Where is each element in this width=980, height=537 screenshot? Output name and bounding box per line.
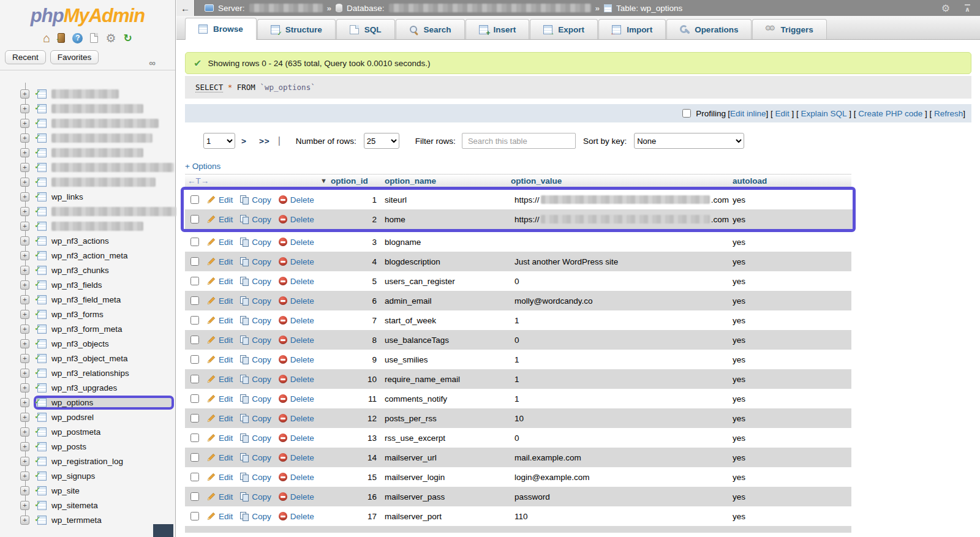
sidebar-table-item[interactable]: + wp_nf3_fields	[20, 277, 175, 292]
delete-link[interactable]: Delete	[279, 375, 314, 384]
column-header-option-id[interactable]: option_id	[331, 176, 385, 186]
sidebar-table-item[interactable]: + wp_nf3_forms	[20, 307, 175, 321]
sidebar-table-body[interactable]: wp_nf3_actions	[34, 234, 174, 248]
copy-link[interactable]: Copy	[240, 277, 271, 286]
expand-plus-icon[interactable]: +	[20, 192, 29, 201]
query-action-link[interactable]: Explain SQL	[801, 109, 847, 118]
sidebar-table-item[interactable]: + wp_postmeta	[20, 424, 175, 439]
sidebar-table-item[interactable]: +	[20, 101, 175, 116]
expand-plus-icon[interactable]: +	[20, 398, 29, 407]
query-action-link[interactable]: Refresh	[934, 109, 963, 118]
edit-link[interactable]: Edit	[207, 195, 233, 205]
sidebar-table-body[interactable]: wp_posts	[34, 440, 174, 454]
edit-link[interactable]: Edit	[207, 355, 233, 364]
sidebar-table-body[interactable]: wp_podsrel	[34, 410, 174, 424]
tab[interactable]: Insert	[466, 19, 530, 39]
sidebar-table-label[interactable]: wp_links	[51, 192, 83, 201]
sidebar-table-body[interactable]: wp_options	[34, 396, 174, 410]
last-page-link[interactable]: >>	[259, 137, 270, 146]
expand-plus-icon[interactable]: +	[20, 163, 29, 172]
sidebar-table-body[interactable]: wp_postmeta	[34, 425, 174, 439]
sidebar-table-item[interactable]: +	[20, 204, 175, 219]
database-label[interactable]: Database:	[347, 4, 385, 13]
tab[interactable]: Search	[396, 19, 465, 39]
expand-plus-icon[interactable]: +	[20, 383, 29, 392]
edit-link[interactable]: Edit	[207, 316, 233, 325]
sidebar-table-body[interactable]: wp_nf3_action_meta	[34, 249, 174, 263]
edit-link[interactable]: Edit	[207, 296, 233, 306]
edit-link[interactable]: Edit	[207, 434, 233, 443]
edit-link[interactable]: Edit	[207, 473, 233, 482]
refresh-icon[interactable]: ↻	[123, 32, 132, 45]
table-filter-input[interactable]	[462, 133, 576, 149]
sidebar-table-body[interactable]	[34, 87, 174, 101]
sidebar-table-body[interactable]	[34, 146, 174, 160]
sort-descending-icon[interactable]: ▼	[320, 177, 327, 184]
copy-link[interactable]: Copy	[240, 195, 271, 205]
sidebar-table-item[interactable]: + wp_options	[20, 395, 175, 410]
expand-plus-icon[interactable]: +	[20, 89, 29, 99]
expand-plus-icon[interactable]: +	[20, 501, 29, 510]
sidebar-table-body[interactable]: wp_site	[34, 484, 174, 498]
sidebar-table-body[interactable]	[34, 116, 174, 130]
edit-link[interactable]: Edit	[207, 414, 233, 423]
edit-link[interactable]: Edit	[207, 375, 233, 384]
docs-icon[interactable]	[90, 33, 98, 43]
sidebar-table-label[interactable]: wp_nf3_chunks	[51, 266, 109, 275]
sidebar-table-body[interactable]	[34, 160, 179, 175]
expand-plus-icon[interactable]: +	[20, 442, 29, 451]
query-action-link[interactable]: Edit	[775, 109, 789, 118]
delete-link[interactable]: Delete	[279, 434, 314, 443]
expand-plus-icon[interactable]: +	[20, 471, 29, 481]
delete-link[interactable]: Delete	[279, 238, 314, 247]
tab[interactable]: Import	[598, 19, 666, 39]
row-checkbox[interactable]	[190, 277, 199, 285]
sidebar-table-item[interactable]: + wp_nf3_chunks	[20, 263, 175, 277]
sidebar-table-item[interactable]: + wp_termmeta	[20, 513, 175, 527]
expand-plus-icon[interactable]: +	[20, 516, 29, 525]
sidebar-table-label[interactable]: wp_nf3_objects	[51, 339, 109, 348]
sidebar-table-label[interactable]: wp_nf3_object_meta	[51, 354, 128, 363]
copy-link[interactable]: Copy	[240, 375, 271, 384]
sidebar-table-item[interactable]: +	[20, 219, 175, 233]
query-action-link[interactable]: Create PHP code	[858, 109, 922, 118]
sidebar-table-label[interactable]: wp_signups	[51, 471, 95, 481]
back-button[interactable]: ←	[176, 0, 195, 16]
page-settings-gear-icon[interactable]: ⚙	[941, 2, 950, 14]
sort-key-select[interactable]: None	[634, 133, 744, 149]
sidebar-table-body[interactable]: wp_signups	[34, 469, 174, 483]
edit-link[interactable]: Edit	[207, 512, 233, 521]
tab[interactable]: Export	[530, 19, 598, 39]
profiling-checkbox[interactable]	[682, 109, 691, 118]
sidebar-table-body[interactable]: wp_nf3_objects	[34, 337, 174, 351]
sidebar-table-body[interactable]: wp_nf3_forms	[34, 307, 174, 321]
sidebar-table-label[interactable]: wp_nf3_upgrades	[51, 383, 117, 392]
edit-link[interactable]: Edit	[207, 215, 233, 224]
tab[interactable]: Structure	[257, 19, 336, 39]
tab[interactable]: Operations	[666, 19, 752, 39]
copy-link[interactable]: Copy	[240, 238, 271, 247]
scroll-top-icon[interactable]: ∧	[965, 4, 970, 12]
copy-link[interactable]: Copy	[240, 394, 271, 404]
copy-link[interactable]: Copy	[240, 512, 271, 521]
edit-link[interactable]: Edit	[207, 277, 233, 286]
logout-icon[interactable]	[58, 33, 65, 43]
sidebar-table-item[interactable]: + wp_nf3_form_meta	[20, 321, 175, 336]
row-checkbox[interactable]	[190, 394, 199, 403]
delete-link[interactable]: Delete	[279, 453, 314, 462]
settings-gear-icon[interactable]: ⚙	[105, 31, 116, 45]
sidebar-table-body[interactable]: wp_nf3_field_meta	[34, 293, 174, 307]
sidebar-table-item[interactable]: + wp_signups	[20, 468, 175, 483]
sidebar-table-label[interactable]: wp_site	[51, 486, 80, 495]
sidebar-table-body[interactable]	[34, 131, 174, 145]
delete-link[interactable]: Delete	[279, 512, 314, 521]
copy-link[interactable]: Copy	[240, 215, 271, 224]
sidebar-table-label[interactable]: wp_termmeta	[51, 516, 102, 525]
sidebar-table-label[interactable]: wp_nf3_actions	[51, 236, 109, 246]
sidebar-table-body[interactable]: wp_nf3_relationships	[34, 366, 174, 380]
delete-link[interactable]: Delete	[279, 296, 314, 306]
sidebar-table-item[interactable]: + wp_nf3_actions	[20, 233, 175, 248]
edit-link[interactable]: Edit	[207, 336, 233, 345]
sidebar-table-body[interactable]: wp_nf3_chunks	[34, 263, 174, 277]
delete-link[interactable]: Delete	[279, 414, 314, 423]
